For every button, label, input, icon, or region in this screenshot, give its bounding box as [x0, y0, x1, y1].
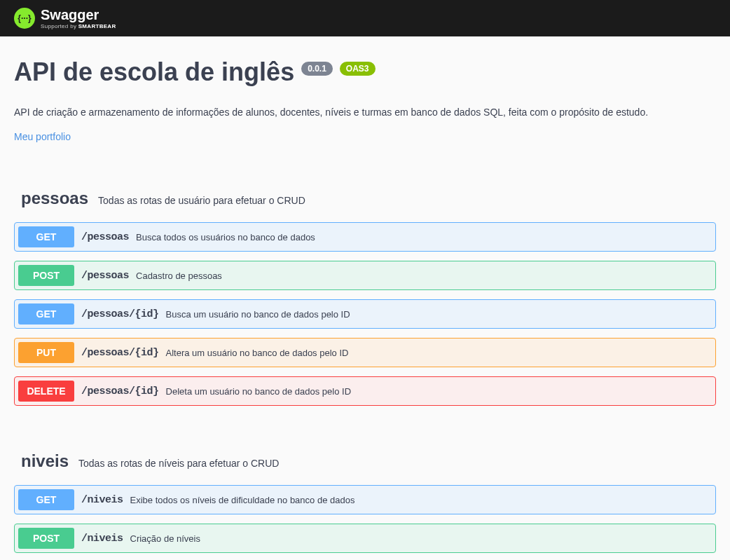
operation-row[interactable]: POST/niveisCriação de níveis [14, 524, 716, 553]
operation-summary: Deleta um usuário no banco de dados pelo… [166, 386, 352, 397]
tag-description: Todas as rotas de usuário para efetuar o… [98, 195, 305, 206]
operations-list: GET/pessoasBusca todos os usuários no ba… [14, 222, 716, 406]
content: API de escola de inglês 0.0.1 OAS3 API d… [0, 36, 730, 560]
tags-container: pessoasTodas as rotas de usuário para ef… [14, 182, 716, 553]
operation-row[interactable]: PUT/pessoas/{id}Altera um usuário no ban… [14, 338, 716, 367]
method-badge: POST [18, 265, 74, 286]
method-badge: DELETE [18, 381, 74, 402]
operation-row[interactable]: GET/pessoas/{id}Busca um usuário no banc… [14, 299, 716, 329]
brand-name: Swagger [41, 7, 116, 23]
title-row: API de escola de inglês 0.0.1 OAS3 [14, 57, 716, 87]
operation-summary: Busca um usuário no banco de dados pelo … [166, 309, 350, 320]
method-badge: GET [18, 489, 74, 510]
topbar: {···} Swagger Supported by SMARTBEAR [0, 0, 730, 36]
operation-summary: Criação de níveis [130, 533, 200, 544]
operation-row[interactable]: POST/pessoasCadastro de pessoas [14, 261, 716, 290]
tag-name: niveis [21, 451, 69, 471]
operation-row[interactable]: GET/pessoasBusca todos os usuários no ba… [14, 222, 716, 252]
method-badge: POST [18, 528, 74, 549]
operation-summary: Busca todos os usuários no banco de dado… [136, 232, 315, 243]
operation-path: /niveis [81, 494, 123, 506]
method-badge: GET [18, 303, 74, 325]
version-badge: 0.0.1 [301, 62, 333, 76]
operation-path: /pessoas [81, 270, 129, 282]
method-badge: GET [18, 226, 74, 247]
operations-list: GET/niveisExibe todos os níveis de dific… [14, 485, 716, 553]
tag-description: Todas as rotas de níveis para efetuar o … [78, 458, 279, 469]
tag-header[interactable]: niveisTodas as rotas de níveis para efet… [14, 444, 716, 478]
api-description: API de criação e armazenamento de inform… [14, 107, 716, 118]
operation-path: /pessoas/{id} [81, 385, 159, 397]
supported-by-brand: SMARTBEAR [78, 23, 116, 29]
oas-badge: OAS3 [340, 62, 376, 76]
operation-row[interactable]: DELETE/pessoas/{id}Deleta um usuário no … [14, 376, 716, 406]
operation-summary: Exibe todos os níveis de dificuldade no … [130, 495, 355, 505]
operation-row[interactable]: GET/niveisExibe todos os níveis de dific… [14, 485, 716, 514]
tag-section: pessoasTodas as rotas de usuário para ef… [14, 182, 716, 406]
method-badge: PUT [18, 342, 74, 363]
supported-by-prefix: Supported by [41, 23, 78, 29]
operation-summary: Altera um usuário no banco de dados pelo… [166, 348, 349, 358]
tag-header[interactable]: pessoasTodas as rotas de usuário para ef… [14, 182, 716, 215]
operation-path: /pessoas/{id} [81, 347, 159, 359]
tag-section: niveisTodas as rotas de níveis para efet… [14, 444, 716, 553]
logo-wrap: Swagger Supported by SMARTBEAR [41, 7, 116, 29]
topbar-inner: {···} Swagger Supported by SMARTBEAR [0, 7, 130, 29]
portfolio-link[interactable]: Meu portfolio [14, 131, 71, 142]
operation-path: /pessoas/{id} [81, 308, 159, 320]
operation-summary: Cadastro de pessoas [136, 271, 222, 281]
brand-subtitle: Supported by SMARTBEAR [41, 23, 116, 29]
operation-path: /pessoas [81, 231, 129, 243]
swagger-logo-icon: {···} [14, 8, 35, 29]
tag-name: pessoas [21, 189, 88, 208]
api-title: API de escola de inglês [14, 57, 294, 87]
operation-path: /niveis [81, 533, 123, 545]
